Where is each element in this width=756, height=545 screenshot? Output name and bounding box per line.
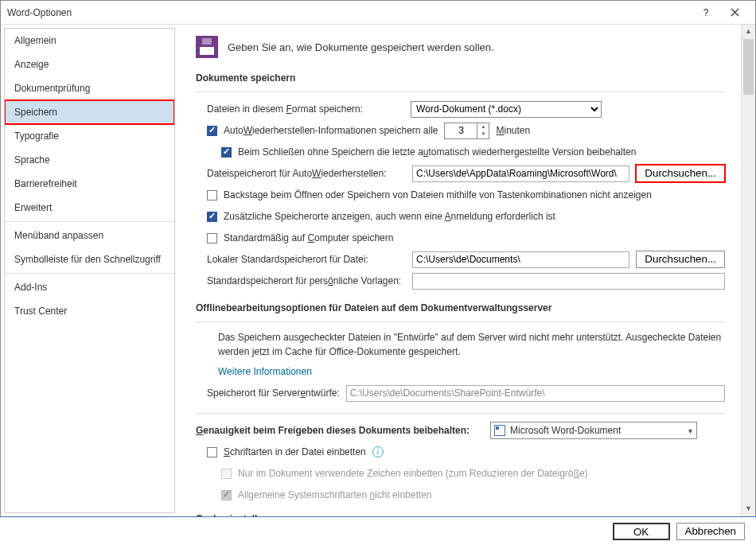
format-label: Dateien in diesem Format speichern: [207, 103, 363, 115]
section-title-dokumente-speichern: Dokumente speichern [196, 72, 725, 84]
sidebar-item-speichern[interactable]: Speichern [5, 100, 174, 124]
sidebar-item-typografie[interactable]: Typografie [5, 124, 174, 148]
keeplast-checkbox[interactable] [221, 147, 232, 158]
dialog-footer: OK Abbrechen [0, 516, 756, 545]
minutes-label: Minuten [496, 125, 530, 136]
default-computer-label: Standardmäßig auf Computer speichern [224, 232, 393, 243]
template-location-label: Standardspeicherort für persönliche Vorl… [207, 275, 406, 286]
autorecover-minutes-input[interactable] [445, 123, 477, 138]
window-title: Word-Optionen [7, 7, 692, 18]
document-selector-label: Microsoft Word-Dokument [510, 425, 621, 436]
scroll-up-button[interactable]: ▲ [742, 25, 755, 39]
document-selector-dropdown[interactable]: Microsoft Word-Dokument [490, 422, 697, 439]
titlebar: Word-Optionen ? [1, 1, 755, 25]
sysfonts-checkbox [221, 490, 232, 500]
sysfonts-label: Allgemeine Systemschriftarten nicht einb… [238, 489, 431, 500]
spinner-up-icon[interactable]: ▲ [477, 123, 489, 131]
template-location-input[interactable] [412, 273, 725, 290]
keeplast-label: Beim Schließen ohne Speichern die letzte… [238, 146, 636, 158]
sidebar-item-anzeige[interactable]: Anzeige [5, 53, 174, 76]
local-location-input[interactable] [412, 251, 629, 268]
autorecover-checkbox[interactable] [207, 126, 217, 136]
sidebar-item-barrierefreiheit[interactable]: Barrierefreiheit [5, 172, 174, 196]
sidebar-item-trustcenter[interactable]: Trust Center [5, 299, 174, 323]
autorecover-location-label: Dateispeicherort für AutoWiederherstelle… [207, 168, 406, 179]
autorecover-label: AutoWiederherstellen-Informationen speic… [224, 125, 438, 136]
help-button[interactable]: ? [692, 2, 720, 24]
sidebar-item-menueband[interactable]: Menüband anpassen [5, 224, 174, 247]
autorecover-minutes-spinner[interactable]: ▲▼ [444, 123, 489, 139]
content-pane: Geben Sie an, wie Dokumente gespeichert … [175, 25, 741, 516]
section-title-offline: Offlinebearbeitungsoptionen für Dateien … [196, 302, 725, 313]
document-icon [494, 425, 505, 436]
sidebar: Allgemein Anzeige Dokumentprüfung Speich… [4, 28, 175, 513]
autorecover-browse-button[interactable]: Durchsuchen... [636, 165, 725, 182]
backstage-label: Backstage beim Öffnen oder Speichern von… [224, 189, 652, 200]
server-drafts-label: Speicherort für Serverentwürfe: [207, 387, 340, 399]
local-location-browse-button[interactable]: Durchsuchen... [636, 251, 725, 268]
sidebar-item-schnellzugriff[interactable]: Symbolleiste für den Schnellzugriff [5, 247, 174, 271]
embed-fonts-label: Schriftarten in der Datei einbetten [224, 446, 366, 457]
only-used-chars-checkbox [221, 469, 232, 479]
extra-locations-checkbox[interactable] [207, 212, 217, 222]
spinner-down-icon[interactable]: ▼ [477, 130, 489, 138]
scroll-down-button[interactable]: ▼ [742, 502, 755, 516]
close-button[interactable] [720, 2, 749, 24]
default-computer-checkbox[interactable] [207, 233, 217, 243]
server-drafts-input[interactable] [346, 385, 725, 402]
format-dropdown[interactable]: Word-Dokument (*.docx) [411, 101, 602, 118]
section-title-genauigkeit: Genauigkeit beim Freigeben dieses Dokume… [196, 425, 470, 436]
more-info-link[interactable]: Weitere Informationen [218, 366, 312, 377]
scroll-thumb[interactable] [743, 39, 754, 95]
local-location-label: Lokaler Standardspeicherort für Datei: [207, 254, 406, 265]
save-icon [196, 36, 218, 58]
sidebar-item-erweitert[interactable]: Erweitert [5, 196, 174, 220]
embed-fonts-checkbox[interactable] [207, 447, 217, 457]
info-icon[interactable]: i [372, 446, 384, 457]
sidebar-item-allgemein[interactable]: Allgemein [5, 29, 174, 53]
cancel-button[interactable]: Abbrechen [676, 523, 745, 540]
sidebar-item-dokumentpruefung[interactable]: Dokumentprüfung [5, 76, 174, 100]
sidebar-item-sprache[interactable]: Sprache [5, 148, 174, 172]
page-description: Geben Sie an, wie Dokumente gespeichert … [228, 41, 494, 53]
only-used-chars-label: Nur im Dokument verwendete Zeichen einbe… [238, 468, 588, 479]
backstage-checkbox[interactable] [207, 190, 217, 200]
extra-locations-label: Zusätzliche Speicherorte anzeigen, auch … [224, 211, 555, 222]
vertical-scrollbar[interactable]: ▲ ▼ [741, 25, 755, 516]
sidebar-item-addins[interactable]: Add-Ins [5, 275, 174, 299]
ok-button[interactable]: OK [613, 523, 670, 540]
autorecover-location-input[interactable] [412, 165, 629, 182]
offline-info-text: Das Speichern ausgecheckter Dateien in "… [218, 330, 725, 359]
